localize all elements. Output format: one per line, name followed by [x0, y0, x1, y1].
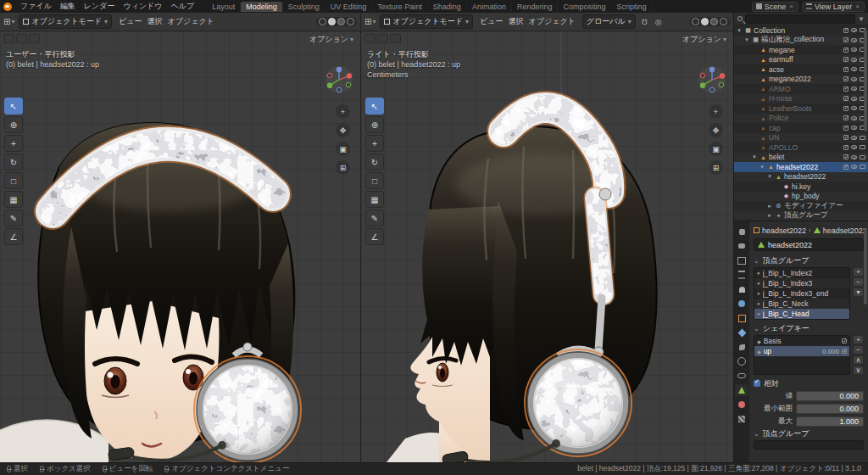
remove-vertex-group-button[interactable]: −	[853, 277, 864, 287]
selectability-checkbox[interactable]	[843, 28, 849, 33]
rendered-shading-icon[interactable]	[347, 18, 354, 25]
hide-eye-icon[interactable]	[851, 116, 857, 120]
outliner-row[interactable]: ▲LeatherBoots	[734, 103, 868, 114]
properties-tab-modifiers[interactable]	[735, 327, 748, 338]
outliner-row[interactable]: ▲earmuff	[734, 55, 868, 65]
outliner-row[interactable]: ◆hp_body	[734, 192, 868, 202]
shape-key-mute-checkbox[interactable]	[842, 349, 847, 354]
pan-icon[interactable]: ✥	[336, 123, 350, 137]
mode-dropdown[interactable]: オブジェクトモード ▾	[380, 14, 473, 29]
scene-selector[interactable]: Scene ×	[752, 2, 798, 12]
hide-eye-icon[interactable]	[851, 38, 857, 42]
annotate-tool-button[interactable]: ✎	[4, 210, 23, 226]
select-box-tool-button[interactable]: ↖	[365, 98, 384, 115]
material-shading-icon[interactable]	[710, 18, 718, 25]
camera-visibility-icon[interactable]	[860, 165, 865, 169]
camera-visibility-icon[interactable]	[860, 136, 865, 140]
navigation-gizmo[interactable]	[698, 65, 726, 94]
hide-eye-icon[interactable]	[851, 97, 857, 101]
shape-key-row[interactable]: ◆up0.000	[754, 346, 849, 356]
move-tool-button[interactable]: +	[365, 135, 384, 152]
outliner-row[interactable]: ▲UN	[734, 133, 868, 143]
remove-shape-key-button[interactable]: −	[853, 345, 864, 355]
solid-shading-icon[interactable]	[328, 18, 336, 25]
shape-key-row[interactable]: ◆Basis	[754, 336, 849, 346]
grid-icon[interactable]: ⊞	[336, 160, 350, 175]
menubar-item[interactable]: ウィンドウ	[119, 1, 166, 12]
rotate-tool-button[interactable]: ↻	[365, 154, 384, 170]
properties-tab-object-data[interactable]	[735, 384, 748, 396]
outliner-row[interactable]: ▾▦Collection	[734, 25, 868, 36]
menubar-item[interactable]: レンダー	[80, 1, 120, 12]
menubar-item[interactable]: ヘルプ	[167, 1, 199, 12]
hide-eye-icon[interactable]	[851, 145, 857, 149]
hide-eye-icon[interactable]	[851, 165, 857, 169]
selectability-checkbox[interactable]	[843, 76, 849, 81]
hide-eye-icon[interactable]	[851, 48, 857, 52]
hide-eye-icon[interactable]	[851, 126, 857, 130]
measure-tool-button[interactable]: ∠	[4, 228, 23, 245]
overlay-toggle-icon[interactable]	[29, 34, 40, 43]
scale-tool-button[interactable]: □	[365, 172, 384, 189]
viewport-menu[interactable]: ビュー	[116, 16, 144, 27]
workspace-tab[interactable]: Sculpting	[283, 2, 326, 12]
selectability-checkbox[interactable]	[843, 87, 849, 92]
add-shape-key-button[interactable]: +	[853, 335, 864, 344]
disclosure-arrow-icon[interactable]: ▾	[759, 164, 765, 170]
workspace-tab[interactable]: Rendering	[512, 2, 559, 12]
field-value-slider[interactable]: 0.000	[796, 404, 864, 414]
selectability-checkbox[interactable]	[843, 96, 849, 101]
view-layer-selector[interactable]: View Layer ×	[802, 2, 865, 12]
snap-magnet-icon[interactable]: Ω	[640, 18, 649, 26]
menubar-item[interactable]: ファイル	[16, 1, 56, 12]
workspace-tab[interactable]: Shading	[428, 2, 467, 12]
workspace-tab[interactable]: UV Editing	[326, 2, 373, 12]
workspace-tab[interactable]: Modeling	[241, 2, 283, 12]
properties-tab-render[interactable]	[735, 240, 748, 252]
relative-checkbox[interactable]	[754, 380, 760, 387]
workspace-tab[interactable]: Compositing	[558, 2, 611, 12]
character-body[interactable]	[0, 420, 108, 462]
proportional-editing-icon[interactable]: ◎	[653, 18, 663, 26]
breadcrumb-object[interactable]: headset2022	[762, 226, 806, 235]
cursor-tool-button[interactable]: ⊕	[365, 116, 384, 133]
outliner-row[interactable]: ▲acse	[734, 64, 868, 75]
properties-scrollbar[interactable]	[864, 228, 867, 305]
vertex-group-row[interactable]: ●j_Bip_C_Head	[754, 309, 849, 319]
outliner-row[interactable]: ▾▦福山雅治_collection	[734, 36, 868, 46]
transform-tool-button[interactable]: ▦	[4, 191, 23, 208]
outliner-row[interactable]: ▲megane2022	[734, 75, 868, 85]
camera-icon[interactable]: ▣	[336, 142, 350, 156]
grid-icon[interactable]: ⊞	[709, 160, 723, 175]
camera-visibility-icon[interactable]	[860, 145, 865, 149]
character-front-view[interactable]	[0, 31, 360, 462]
datablock-name-field[interactable]: headset2022	[754, 238, 864, 251]
viewport-menu[interactable]: ビュー	[477, 16, 505, 27]
outliner-row[interactable]: ▾▲headset2022	[734, 172, 868, 182]
workspace-tab[interactable]: Scripting	[611, 2, 652, 12]
zoom-icon[interactable]: +	[709, 104, 723, 119]
vertex-group-row[interactable]: ●j_Bip_L_Index2	[754, 268, 849, 278]
rotate-tool-button[interactable]: ↻	[4, 154, 23, 170]
options-dropdown[interactable]: オプション ▾	[309, 34, 353, 45]
transform-tool-button[interactable]: ▦	[365, 191, 384, 208]
disclosure-arrow-icon[interactable]: ▸	[766, 203, 773, 210]
disclosure-arrow-icon[interactable]: ▾	[751, 154, 758, 160]
viewport-menu[interactable]: オブジェクト	[526, 16, 578, 27]
move-shape-key-up-button[interactable]: ∧	[853, 355, 864, 365]
hide-eye-icon[interactable]	[851, 67, 857, 71]
transform-orientation-dropdown[interactable]: グローバル ▾	[582, 14, 636, 29]
rendered-shading-icon[interactable]	[720, 18, 727, 25]
select-box-tool-button[interactable]: ↖	[4, 98, 23, 115]
workspace-tab[interactable]: Texture Paint	[372, 2, 428, 12]
properties-tab-object[interactable]	[735, 312, 748, 324]
hide-eye-icon[interactable]	[851, 58, 857, 62]
vertex-group-filter-input[interactable]	[754, 440, 864, 450]
workspace-tab[interactable]: Animation	[467, 2, 512, 12]
navigation-gizmo[interactable]	[325, 65, 353, 94]
blender-logo[interactable]	[3, 3, 12, 11]
viewport-menu[interactable]: 選択	[506, 16, 526, 27]
disclosure-arrow-icon[interactable]: ▸	[766, 212, 773, 219]
scene-unlink-icon[interactable]: ×	[788, 3, 794, 10]
add-vertex-group-button[interactable]: +	[853, 267, 864, 277]
